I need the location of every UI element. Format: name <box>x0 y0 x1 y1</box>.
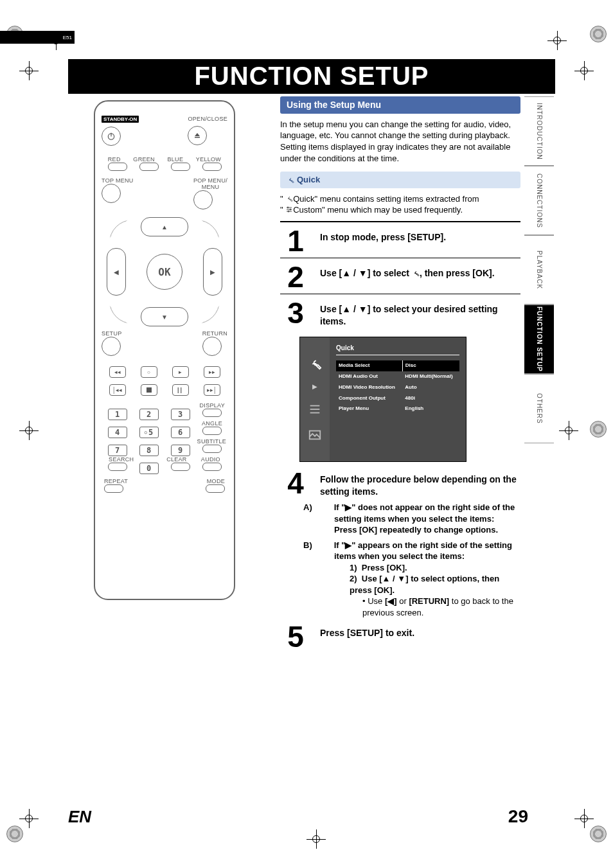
registration-mark-icon <box>306 829 326 849</box>
step-number: 3 <box>280 301 311 328</box>
side-tabs: INTRODUCTIONCONNECTIONSPLAYBACKFUNCTION … <box>524 96 554 443</box>
audio-label: AUDIO <box>201 456 220 463</box>
open-close-button[interactable] <box>188 126 207 145</box>
mode-label: MODE <box>207 478 225 484</box>
using-setup-para-1: In the setup menu you can change the set… <box>280 119 520 141</box>
num-9-button[interactable]: 9 <box>171 445 190 456</box>
svg-point-6 <box>287 207 289 208</box>
registration-mark-icon <box>19 809 39 828</box>
blue-button[interactable] <box>171 163 190 171</box>
green-button[interactable] <box>139 163 159 171</box>
step-4: 4 Follow the procedure below depending o… <box>280 471 520 498</box>
num-3-button[interactable]: 3 <box>171 409 190 420</box>
eject-icon <box>193 132 201 139</box>
prev-icon: │◂◂ <box>112 387 123 393</box>
side-tab[interactable]: CONNECTIONS <box>524 166 554 235</box>
repeat-button[interactable] <box>104 484 123 493</box>
down-arrow-icon <box>161 314 168 321</box>
using-setup-para-2: Setting items displayed in gray indicate… <box>280 141 520 164</box>
num-7-button[interactable]: 7 <box>108 445 127 456</box>
right-arrow-icon: ▶ <box>312 382 317 391</box>
prev-button[interactable]: │◂◂ <box>109 384 126 396</box>
left-arrow-icon <box>114 269 119 276</box>
dot-icon: ○ <box>147 369 150 375</box>
rewind-button[interactable]: ◂◂ <box>109 366 126 378</box>
nav-right-button[interactable] <box>203 248 222 296</box>
header-code: E51 <box>0 31 75 44</box>
num-5-button[interactable]: ○5 <box>139 427 159 438</box>
step-3-text: Use [▲ / ▼] to select your desired setti… <box>320 301 520 328</box>
green-label: GREEN <box>133 156 155 163</box>
forward-icon: ▸▸ <box>209 369 215 375</box>
next-button[interactable]: ▸▸│ <box>204 384 220 396</box>
registration-mark-icon <box>574 809 594 828</box>
registration-mark-icon <box>547 31 567 50</box>
side-tab[interactable]: INTRODUCTION <box>524 96 554 166</box>
quick-para-2: " Custom" menu which may be used frequen… <box>280 204 520 216</box>
return-button[interactable] <box>202 337 222 356</box>
num-4-button[interactable]: 4 <box>108 427 127 438</box>
ok-button[interactable]: OK <box>147 254 182 290</box>
setup-label: SETUP <box>102 330 122 337</box>
step-button[interactable]: ○ <box>141 366 157 378</box>
open-close-label: OPEN/CLOSE <box>188 116 227 122</box>
search-button[interactable] <box>108 463 127 471</box>
yellow-label: YELLOW <box>196 156 221 163</box>
setup-button[interactable] <box>102 337 121 356</box>
svg-point-8 <box>288 211 289 212</box>
registration-mark-icon <box>574 61 594 80</box>
display-button[interactable] <box>202 409 222 417</box>
menu-row: HDMI Video ResolutionAuto <box>336 382 459 393</box>
side-tab[interactable]: OTHERS <box>524 374 554 443</box>
quick-para-1: " Quick" menu contains setting items ext… <box>280 193 520 205</box>
side-tab[interactable]: PLAYBACK <box>524 235 554 305</box>
pop-menu-button[interactable] <box>193 190 213 209</box>
pause-icon: || <box>177 387 183 393</box>
stop-icon <box>147 387 152 393</box>
num-6-button[interactable]: 6 <box>171 427 190 438</box>
registration-mark-icon <box>559 421 578 440</box>
footer-language: EN <box>68 807 91 827</box>
audio-button[interactable] <box>202 463 222 471</box>
nav-pad: OK <box>107 217 222 326</box>
pop-menu-label: POP MENU/ MENU <box>193 177 227 190</box>
num-1-button[interactable]: 1 <box>108 409 127 420</box>
menu-row: Component Output480i <box>336 393 459 404</box>
step-number: 1 <box>280 229 311 254</box>
step-1-text: In stop mode, press [SETUP]. <box>320 229 520 254</box>
step-2: 2 Use [▲ / ▼] to select , then press [OK… <box>280 265 520 290</box>
top-menu-label: TOP MENU <box>102 177 134 184</box>
forward-button[interactable]: ▸▸ <box>204 366 220 378</box>
num-8-button[interactable]: 8 <box>139 445 159 456</box>
angle-button[interactable] <box>202 427 222 435</box>
mode-button[interactable] <box>206 484 225 493</box>
angle-label: ANGLE <box>202 420 222 427</box>
nav-left-button[interactable] <box>107 248 126 296</box>
registration-mark-icon <box>19 421 39 440</box>
pause-button[interactable]: || <box>172 384 189 396</box>
stop-button[interactable] <box>141 384 157 396</box>
side-tab[interactable]: FUNCTION SETUP <box>524 305 554 374</box>
red-button[interactable] <box>108 163 127 171</box>
crop-mark-icon <box>590 26 607 42</box>
top-menu-button[interactable] <box>102 184 121 203</box>
red-label: RED <box>108 156 121 163</box>
footer-page-number: 29 <box>508 806 528 827</box>
subtitle-button[interactable] <box>202 445 222 453</box>
num-0-button[interactable]: 0 <box>139 463 159 474</box>
menu-row: Player MenuEnglish <box>336 403 459 414</box>
nav-down-button[interactable] <box>141 307 188 326</box>
step-number: 2 <box>280 265 311 290</box>
num-2-button[interactable]: 2 <box>139 409 159 420</box>
nav-up-button[interactable] <box>141 217 188 236</box>
menu-row: Media SelectDisc <box>336 360 459 371</box>
menu-title: Quick <box>336 344 459 353</box>
return-label: RETURN <box>202 330 227 337</box>
yellow-button[interactable] <box>202 163 222 171</box>
sliders-icon <box>285 206 293 213</box>
wrench-icon <box>412 269 420 277</box>
section-heading-quick: Quick <box>280 172 520 188</box>
clear-button[interactable] <box>171 463 190 471</box>
play-button[interactable]: ▸ <box>172 366 189 378</box>
power-button[interactable] <box>102 127 121 146</box>
